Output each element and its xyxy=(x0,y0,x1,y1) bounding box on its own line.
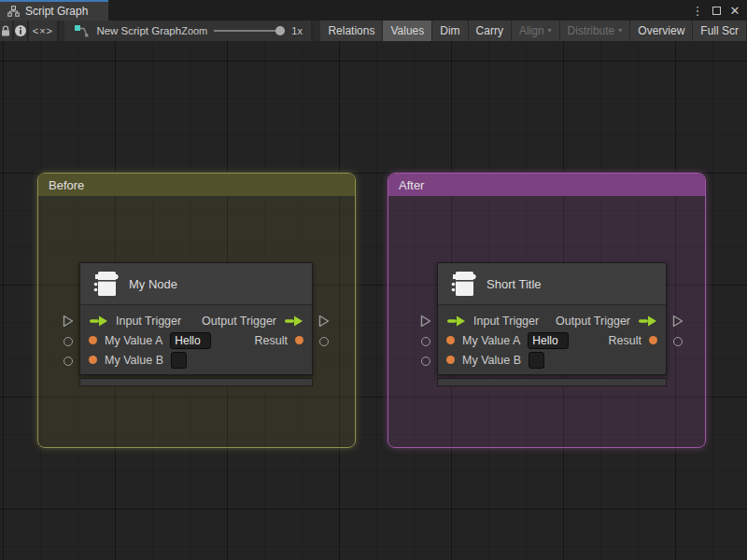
unit-node-icon xyxy=(449,269,477,299)
close-icon[interactable]: ✕ xyxy=(728,4,741,18)
port-row-value-a: My Value A Result xyxy=(438,330,666,350)
port-label: My Value B xyxy=(105,354,163,367)
maximize-icon[interactable] xyxy=(710,4,723,18)
value-port-dot[interactable] xyxy=(89,336,97,344)
result-port-dot[interactable] xyxy=(295,336,303,344)
port-label: My Value A xyxy=(462,334,520,347)
port-label: Input Trigger xyxy=(116,315,181,328)
node-my-node: My Node Input Trigger Output Trigger xyxy=(79,262,313,386)
window-controls: ⋮ ✕ xyxy=(691,0,747,21)
graph-canvas[interactable]: Before After My Node xyxy=(0,41,747,560)
external-port-circle[interactable] xyxy=(673,337,683,346)
node-body: Input Trigger Output Trigger My Value A … xyxy=(80,305,312,374)
info-icon xyxy=(14,24,27,37)
node-header[interactable]: Short Title xyxy=(438,263,666,305)
external-port-circle[interactable] xyxy=(319,337,329,346)
graph-toolbar: <×> New Script Graph Zoom 1x Relations V… xyxy=(0,21,747,41)
group-header[interactable]: Before xyxy=(38,174,355,196)
toolbar-button-distribute[interactable]: Distribute ▾ xyxy=(560,21,631,41)
node-title: Short Title xyxy=(486,277,542,291)
toolbar-button-relations[interactable]: Relations xyxy=(320,21,383,41)
flow-out-arrow-icon[interactable] xyxy=(284,315,303,327)
toolbar-main-segment: New Script Graph Zoom 1x xyxy=(64,21,313,41)
value-a-input[interactable] xyxy=(528,332,569,349)
tab-script-graph[interactable]: Script Graph xyxy=(0,0,108,21)
value-port-dot[interactable] xyxy=(446,356,455,364)
zoom-slider-thumb[interactable] xyxy=(275,26,285,35)
flow-out-arrow-icon[interactable] xyxy=(638,315,657,327)
zoom-value: 1x xyxy=(291,25,303,36)
toolbar-button-dim[interactable]: Dim xyxy=(432,21,468,41)
value-port-dot[interactable] xyxy=(89,356,97,364)
node-footer xyxy=(79,378,313,386)
flow-in-arrow-icon[interactable] xyxy=(89,315,108,327)
port-row-value-b: My Value B xyxy=(438,350,666,370)
group-title: After xyxy=(399,178,424,192)
port-row-trigger: Input Trigger Output Trigger xyxy=(80,311,312,330)
value-b-input[interactable] xyxy=(529,352,544,369)
tab-bar: Script Graph ⋮ ✕ xyxy=(0,0,747,21)
window-menu-icon[interactable]: ⋮ xyxy=(691,4,704,18)
external-port-triangle[interactable] xyxy=(63,315,74,328)
node-title: My Node xyxy=(129,277,177,291)
lock-button[interactable] xyxy=(0,21,14,41)
flow-in-arrow-icon[interactable] xyxy=(446,315,466,327)
external-port-triangle[interactable] xyxy=(420,315,431,328)
external-port-circle[interactable] xyxy=(421,337,430,346)
port-label: Input Trigger xyxy=(473,315,539,328)
node-header[interactable]: My Node xyxy=(80,263,312,305)
lock-icon xyxy=(0,25,11,37)
toolbar-button-carry[interactable]: Carry xyxy=(469,21,512,41)
toolbar-button-values[interactable]: Values xyxy=(383,21,432,41)
port-label: Output Trigger xyxy=(556,315,630,328)
value-b-input[interactable] xyxy=(171,352,187,369)
tab-title: Script Graph xyxy=(25,5,88,18)
chevron-down-icon: ▾ xyxy=(618,27,622,35)
port-row-trigger: Input Trigger Output Trigger xyxy=(438,311,666,330)
unit-node-icon xyxy=(92,269,120,299)
new-script-graph-icon xyxy=(74,24,90,37)
node-body: Input Trigger Output Trigger My Value A … xyxy=(438,305,666,374)
new-script-graph-button[interactable]: New Script Graph xyxy=(74,24,181,37)
value-port-dot[interactable] xyxy=(446,336,455,344)
script-graph-icon xyxy=(7,6,20,17)
code-preview-button[interactable]: <×> xyxy=(29,21,59,41)
port-label: Output Trigger xyxy=(202,315,276,328)
zoom-control: Zoom 1x xyxy=(181,25,303,36)
toolbar-button-align[interactable]: Align ▾ xyxy=(512,21,560,41)
group-title: Before xyxy=(49,178,84,192)
value-a-input[interactable] xyxy=(170,332,211,349)
zoom-label: Zoom xyxy=(181,25,207,36)
node-footer xyxy=(437,378,667,386)
external-port-triangle[interactable] xyxy=(318,315,330,328)
group-header[interactable]: After xyxy=(388,174,705,196)
zoom-slider-track xyxy=(214,30,285,32)
port-label: Result xyxy=(609,334,641,347)
port-row-value-a: My Value A Result xyxy=(80,330,312,350)
info-button[interactable] xyxy=(14,21,29,41)
port-label: My Value B xyxy=(462,354,521,367)
toolbar-button-overview[interactable]: Overview xyxy=(630,21,693,41)
code-icon: <×> xyxy=(33,25,53,36)
chevron-down-icon: ▾ xyxy=(548,27,552,35)
node-short-title: Short Title Input Trigger Output Trigger xyxy=(437,262,667,386)
external-port-triangle[interactable] xyxy=(672,315,684,328)
result-port-dot[interactable] xyxy=(649,336,657,344)
toolbar-buttons: Relations Values Dim Carry Align ▾ Distr… xyxy=(320,21,747,41)
zoom-slider[interactable] xyxy=(214,25,285,36)
external-port-circle[interactable] xyxy=(63,337,73,346)
port-row-value-b: My Value B xyxy=(80,350,312,370)
toolbar-button-fullscreen[interactable]: Full Scr xyxy=(693,21,747,41)
port-label: Result xyxy=(255,334,288,347)
external-port-circle[interactable] xyxy=(421,357,430,366)
new-script-graph-label: New Script Graph xyxy=(96,25,181,36)
external-port-circle[interactable] xyxy=(63,357,73,366)
port-label: My Value A xyxy=(105,334,162,347)
